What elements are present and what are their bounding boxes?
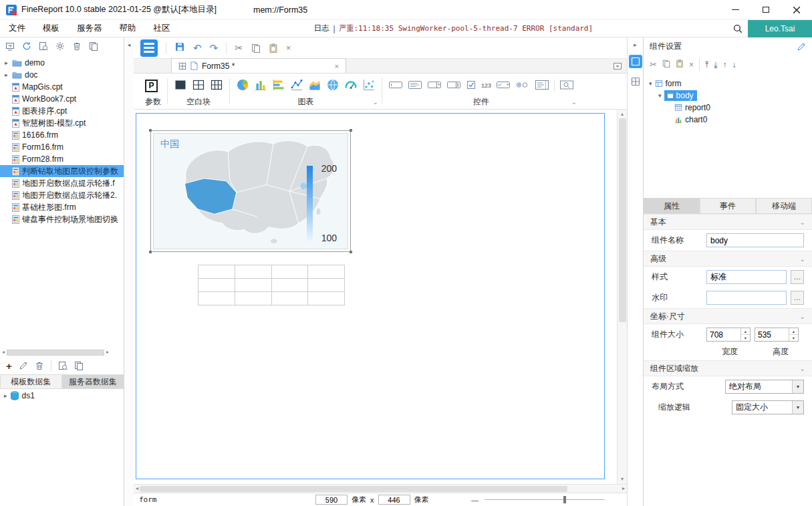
left-collapse-strip[interactable]: ◂ (124, 37, 134, 506)
cut-button[interactable]: ✂ (235, 43, 243, 53)
report-block-widget[interactable] (198, 265, 345, 305)
refresh-button[interactable] (22, 41, 31, 51)
caret-down-icon[interactable]: ▾ (649, 80, 652, 87)
tree-node-report0[interactable]: report0 (644, 102, 812, 114)
line-chart-button[interactable] (290, 78, 303, 94)
close-window-button[interactable] (781, 0, 812, 20)
form-view-button[interactable] (140, 39, 158, 57)
report-cell[interactable] (308, 265, 345, 279)
dataset-item[interactable]: ▸ ds1 (0, 389, 124, 402)
paste-button[interactable] (269, 43, 278, 53)
query-widget-button[interactable] (559, 80, 574, 92)
caret-down-icon[interactable]: ▾ (658, 92, 662, 99)
parameter-pane-button[interactable]: P (145, 80, 158, 92)
tab-block-button[interactable] (192, 78, 205, 94)
canvas-horizontal-scrollbar[interactable]: ◂ ▸ (134, 484, 627, 493)
tab-list-button[interactable] (613, 61, 622, 71)
minimize-button[interactable] (720, 0, 751, 20)
dropdown-arrow-icon[interactable]: ▾ (792, 380, 803, 393)
tab-mobile[interactable]: 移动端 (756, 198, 812, 214)
report-cell[interactable] (272, 292, 309, 305)
canvas-width-input[interactable] (315, 495, 348, 505)
preview-dataset-button[interactable] (58, 361, 67, 370)
chevron-down-icon[interactable]: ⌄ (373, 96, 378, 108)
file-view-button[interactable] (39, 41, 48, 51)
tree-item-frm[interactable]: 基础柱形图.frm (0, 201, 124, 213)
tree-item-frm[interactable]: Form28.frm (0, 153, 124, 165)
tab-template-dataset[interactable]: 模板数据集 (0, 374, 62, 389)
number-widget-button[interactable]: 123 (481, 82, 491, 89)
scroll-right-icon[interactable]: ▸ (622, 486, 625, 491)
watermark-input[interactable] (706, 291, 787, 305)
tree-item-cpt[interactable]: 图表排序.cpt (0, 105, 124, 117)
report-cell[interactable] (235, 292, 272, 305)
delete-component-button[interactable]: × (689, 61, 694, 69)
tree-item-frm[interactable]: 16166.frm (0, 129, 124, 141)
resize-handle[interactable] (149, 129, 152, 132)
scroll-up-icon[interactable]: ▴ (621, 112, 624, 117)
gauge-chart-button[interactable] (344, 78, 358, 94)
canvas-vertical-scrollbar[interactable]: ▴ ▾ (617, 110, 627, 484)
scroll-left-icon[interactable]: ◂ (2, 350, 5, 355)
section-area-scaling[interactable]: 组件区域缩放 ⌄ (644, 360, 812, 376)
delete-dataset-button[interactable] (35, 361, 44, 370)
report-cell[interactable] (272, 279, 309, 292)
tree-item-cpt[interactable]: 智慧树图-模型.cpt (0, 117, 124, 129)
add-dataset-button[interactable]: + (6, 361, 12, 371)
caret-right-icon[interactable]: ▸ (3, 72, 9, 78)
tree-item-frm[interactable]: 键盘事件控制场景地图切换 (0, 213, 124, 225)
textarea-widget-button[interactable] (408, 80, 422, 92)
menu-file[interactable]: 文件 (0, 23, 34, 34)
height-spinner-input[interactable] (755, 328, 789, 341)
report-cell[interactable] (198, 292, 235, 305)
report-cell[interactable] (272, 265, 309, 279)
spin-up-icon[interactable]: ▴ (741, 328, 750, 335)
canvas-height-input[interactable] (378, 495, 410, 505)
report-cell[interactable] (235, 279, 272, 292)
tree-horizontal-scrollbar[interactable]: ◂ ▸ (0, 348, 124, 357)
checkcombo-widget-button[interactable] (496, 80, 511, 92)
tab-events[interactable]: 事件 (700, 198, 756, 214)
report-cell[interactable] (235, 265, 272, 279)
tab-close-button[interactable]: × (335, 62, 339, 70)
scrollbar-thumb[interactable] (7, 350, 104, 356)
tree-item-cpt[interactable]: WorkBook7.cpt (0, 93, 124, 105)
bar-chart-button[interactable] (272, 78, 285, 94)
menu-server[interactable]: 服务器 (68, 23, 111, 34)
move-to-top-button[interactable]: ⤒ (705, 61, 708, 69)
split-block-button[interactable] (210, 78, 223, 94)
tree-node-form[interactable]: ▾ form (644, 78, 812, 90)
component-library-toggle[interactable] (629, 75, 642, 88)
map-chart-widget[interactable]: 中国 200 100 (150, 130, 351, 252)
collapse-left-icon[interactable]: ◂ (128, 41, 131, 48)
scale-logic-select[interactable]: 固定大小 ▾ (732, 400, 804, 414)
combobox-widget-button[interactable] (427, 80, 442, 92)
zoom-slider[interactable] (485, 499, 605, 500)
spin-down-icon[interactable]: ▾ (789, 335, 798, 341)
user-account-button[interactable]: Leo.Tsai (748, 20, 812, 37)
tab-properties[interactable]: 属性 (644, 198, 700, 214)
document-tab[interactable]: Form35 * × (171, 58, 346, 73)
delete-file-button[interactable] (72, 41, 82, 51)
section-basic[interactable]: 基本 ⌄ (644, 214, 812, 230)
style-more-button[interactable]: … (791, 270, 804, 284)
zoom-out-button[interactable]: — (471, 496, 479, 504)
style-input[interactable] (706, 270, 787, 284)
save-button[interactable] (174, 41, 185, 54)
tree-item-cpt[interactable]: MapGis.cpt (0, 81, 124, 93)
tree-item-folder[interactable]: ▸demo (0, 57, 124, 69)
menu-template[interactable]: 模板 (34, 23, 68, 34)
scrollbar-thumb[interactable] (140, 486, 567, 492)
component-settings-toggle[interactable] (629, 55, 642, 68)
redo-button[interactable]: ↷ (210, 43, 219, 53)
component-name-input[interactable] (706, 233, 804, 247)
undo-button[interactable]: ↶ (193, 43, 202, 53)
collapse-right-icon[interactable]: ▸ (634, 41, 637, 48)
log-status-area[interactable]: 日志 | 严重:11:18:35 SwingWorker-pool-5-thre… (179, 23, 728, 33)
scrollbar-thumb[interactable] (619, 118, 626, 322)
section-advanced[interactable]: 高级 ⌄ (644, 251, 812, 267)
duplicate-button[interactable] (89, 41, 98, 51)
move-up-button[interactable]: ↑ (723, 61, 727, 69)
tree-node-chart0[interactable]: chart0 (644, 114, 812, 126)
scatter-chart-button[interactable] (362, 78, 376, 94)
